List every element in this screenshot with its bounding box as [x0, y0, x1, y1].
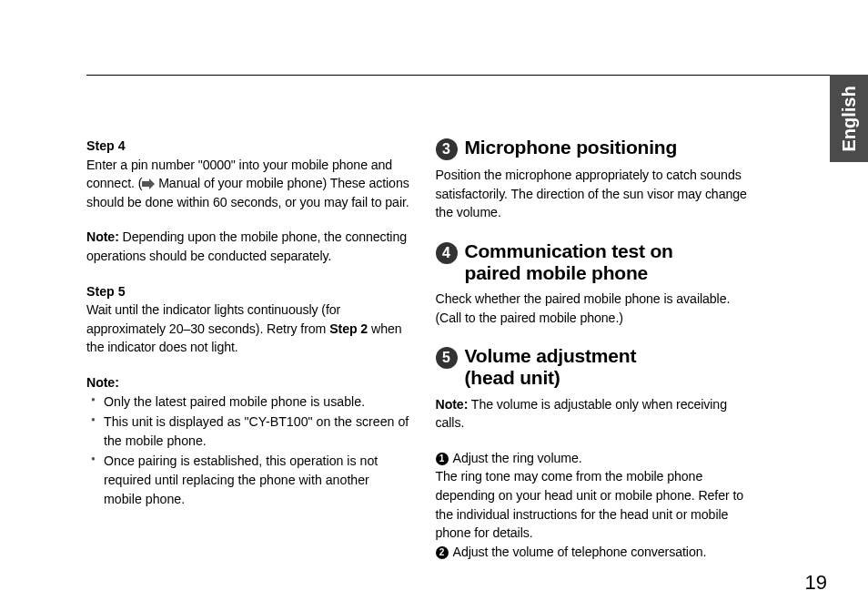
note-2-label: Note:	[86, 373, 410, 392]
section-3: 3 Microphone positioning Position the mi…	[436, 137, 760, 222]
section-5-number-icon: 5	[436, 347, 458, 369]
section-4-title-b: paired mobile phone	[465, 262, 673, 284]
left-column: Step 4 Enter a pin number "0000" into yo…	[64, 137, 410, 579]
section-5-note-label: Note:	[436, 397, 469, 412]
section-5-p3: 2 Adjust the volume of telephone convers…	[436, 543, 760, 562]
list-item: Once pairing is established, this operat…	[91, 452, 410, 508]
step-4-label: Step 4	[86, 137, 410, 156]
small-circle-2-icon: 2	[436, 546, 449, 559]
page-content: Step 4 Enter a pin number "0000" into yo…	[0, 0, 868, 611]
step-4-text: Enter a pin number "0000" into your mobi…	[86, 156, 410, 212]
section-4-title-a: Communication test on	[465, 240, 673, 261]
language-tab-label: English	[839, 86, 860, 151]
section-4-title: Communication test on paired mobile phon…	[465, 240, 673, 284]
note-1-text: Depending upon the mobile phone, the con…	[86, 229, 407, 263]
section-5-p1-text: Adjust the ring volume.	[450, 451, 582, 465]
section-5: 5 Volume adjustment (head unit) Note: Th…	[436, 345, 760, 561]
list-item: This unit is displayed as "CY-BT100" on …	[91, 412, 410, 450]
language-tab: English	[830, 75, 868, 162]
section-5-p1: 1 Adjust the ring volume.	[436, 449, 760, 468]
step-5-block: Step 5 Wait until the indicator lights c…	[86, 282, 410, 357]
section-5-p2: The ring tone may come from the mobile p…	[436, 467, 760, 542]
section-5-p3-text: Adjust the volume of telephone conversat…	[450, 545, 707, 559]
small-circle-1-icon: 1	[436, 453, 449, 465]
step-5-bold: Step 2	[329, 321, 368, 336]
section-5-note: Note: The volume is adjustable only when…	[436, 395, 760, 433]
section-5-title-a: Volume adjustment	[465, 345, 637, 366]
note-2-block: Note: Only the latest paired mobile phon…	[86, 373, 410, 508]
section-4-number-icon: 4	[436, 242, 458, 264]
section-4: 4 Communication test on paired mobile ph…	[436, 240, 760, 327]
note-1: Note: Depending upon the mobile phone, t…	[86, 228, 410, 265]
section-3-number-icon: 3	[436, 138, 458, 160]
section-3-title: Microphone positioning	[465, 137, 678, 158]
step-5-text: Wait until the indicator lights continuo…	[86, 300, 410, 357]
page-number: 19	[805, 571, 827, 595]
section-5-title: Volume adjustment (head unit)	[465, 345, 637, 389]
section-3-body: Position the microphone appropriately to…	[436, 166, 760, 222]
right-column: 3 Microphone positioning Position the mi…	[436, 137, 805, 579]
step-4-block: Step 4 Enter a pin number "0000" into yo…	[86, 137, 410, 211]
note-1-label: Note:	[86, 229, 119, 244]
top-horizontal-rule	[86, 75, 832, 76]
arrow-right-icon	[142, 178, 155, 189]
step-5-t1: Wait until the indicator lights continuo…	[86, 302, 340, 336]
section-5-note-text: The volume is adjustable only when recei…	[436, 397, 727, 431]
step-5-label: Step 5	[86, 282, 410, 301]
section-4-body: Check whether the paired mobile phone is…	[436, 290, 760, 327]
note-2-list: Only the latest paired mobile phone is u…	[86, 392, 410, 509]
list-item: Only the latest paired mobile phone is u…	[91, 392, 410, 412]
section-5-title-b: (head unit)	[465, 367, 637, 389]
